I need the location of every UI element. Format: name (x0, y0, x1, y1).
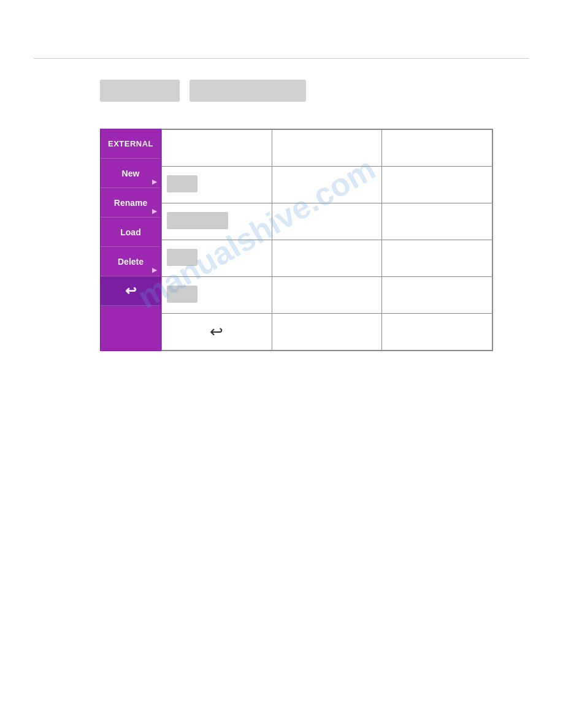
top-button-1[interactable] (100, 80, 180, 102)
table-cell (272, 203, 382, 240)
table-row (162, 203, 492, 240)
sidebar-item-rename[interactable]: Rename ▶ (101, 188, 161, 218)
sidebar-menu: EXTERNAL New ▶ Rename ▶ Load Delete ▶ ↩ (100, 129, 161, 351)
table-cell (382, 167, 492, 203)
table-cell (162, 277, 272, 314)
sidebar-item-back[interactable]: ↩ (101, 276, 161, 306)
delete-arrow-icon: ▶ (152, 267, 157, 273)
table-cell (382, 240, 492, 277)
table-cell (162, 203, 272, 240)
top-divider (34, 58, 529, 59)
table-cell (382, 203, 492, 240)
new-arrow-icon: ▶ (152, 178, 157, 185)
sidebar-label-load: Load (120, 227, 140, 237)
sidebar-label-rename: Rename (114, 198, 147, 208)
table-cell (162, 130, 272, 167)
table-cell (272, 167, 382, 203)
table-row (162, 130, 492, 167)
data-table: ↩ (161, 129, 492, 351)
table-row (162, 277, 492, 314)
table-cell (162, 240, 272, 277)
table-cell (272, 130, 382, 167)
table-cell (382, 277, 492, 314)
table-cell (162, 167, 272, 203)
sidebar-label-external: EXTERNAL (108, 139, 153, 148)
table-cell (382, 130, 492, 167)
cell-gray-block (167, 175, 197, 192)
top-buttons-area (100, 80, 306, 102)
top-button-2[interactable] (190, 80, 306, 102)
sidebar-item-new[interactable]: New ▶ (101, 159, 161, 188)
table-area: ↩ (161, 129, 493, 351)
sidebar-item-load[interactable]: Load (101, 218, 161, 247)
table-back-icon: ↩ (210, 322, 223, 341)
table-cell (272, 314, 382, 351)
table-cell-back: ↩ (162, 314, 272, 351)
table-row (162, 167, 492, 203)
table-row (162, 240, 492, 277)
main-content: EXTERNAL New ▶ Rename ▶ Load Delete ▶ ↩ (100, 129, 493, 351)
sidebar-label-delete: Delete (118, 257, 144, 267)
cell-gray-block (167, 286, 197, 303)
table-cell (272, 277, 382, 314)
table-cell (382, 314, 492, 351)
sidebar-item-delete[interactable]: Delete ▶ (101, 247, 161, 276)
back-icon: ↩ (125, 283, 136, 299)
rename-arrow-icon: ▶ (152, 208, 157, 214)
sidebar-item-external[interactable]: EXTERNAL (101, 129, 161, 159)
cell-gray-block (167, 249, 197, 266)
table-row: ↩ (162, 314, 492, 351)
sidebar-label-new: New (122, 169, 140, 178)
cell-gray-block (167, 212, 228, 229)
table-cell (272, 240, 382, 277)
